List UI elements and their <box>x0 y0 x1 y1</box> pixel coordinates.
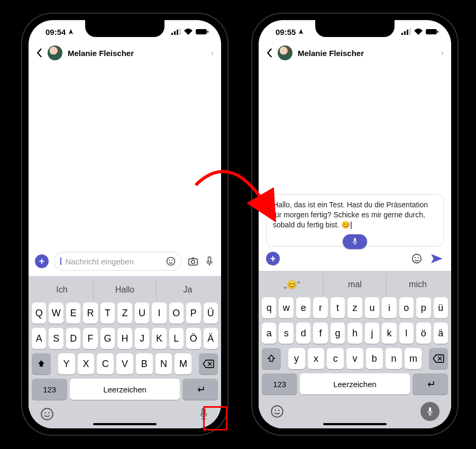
shift-key[interactable] <box>262 348 281 369</box>
chevron-right-icon[interactable]: › <box>211 49 214 57</box>
avatar[interactable] <box>278 45 292 60</box>
contact-name[interactable]: Melanie Fleischer <box>298 49 436 58</box>
suggestion-3[interactable]: mich <box>386 274 449 295</box>
suggestion-3[interactable]: Ja <box>156 279 219 300</box>
key-d[interactable]: d <box>296 323 310 344</box>
backspace-key[interactable] <box>199 353 218 374</box>
key-w[interactable]: W <box>49 303 63 324</box>
suggestion-2[interactable]: mal <box>323 274 386 295</box>
key-s[interactable]: s <box>279 323 293 344</box>
emoji-keyboard-icon[interactable] <box>270 405 284 418</box>
key-e[interactable]: E <box>66 303 80 324</box>
key-u[interactable]: U <box>135 303 149 324</box>
key-o[interactable]: o <box>399 297 414 318</box>
key-j[interactable]: J <box>135 328 149 349</box>
key-t[interactable]: t <box>331 297 345 318</box>
suggestion-1[interactable]: Ich <box>31 279 93 300</box>
key-s[interactable]: S <box>49 328 63 349</box>
key-j[interactable]: j <box>365 323 379 344</box>
key-o[interactable]: O <box>169 303 184 324</box>
key-v[interactable]: v <box>346 348 363 369</box>
space-key[interactable]: Leerzeichen <box>70 379 179 400</box>
key-t[interactable]: T <box>100 303 115 324</box>
key-m[interactable]: m <box>405 348 422 369</box>
key-h[interactable]: H <box>117 328 132 349</box>
key-c[interactable]: C <box>97 353 114 374</box>
key-g[interactable]: G <box>100 328 115 349</box>
key-y[interactable]: y <box>288 348 305 369</box>
emoji-icon[interactable] <box>166 256 176 267</box>
key-a[interactable]: a <box>262 323 276 344</box>
shift-key[interactable] <box>32 353 51 374</box>
key-u[interactable]: u <box>365 297 379 318</box>
key-b[interactable]: b <box>366 348 383 369</box>
key-ü[interactable]: ü <box>434 297 448 318</box>
emoji-icon[interactable] <box>411 253 423 264</box>
key-i[interactable]: I <box>152 303 166 324</box>
key-q[interactable]: q <box>262 297 276 318</box>
dictation-icon[interactable] <box>420 402 440 421</box>
key-y[interactable]: Y <box>58 353 75 374</box>
key-b[interactable]: B <box>136 353 153 374</box>
key-e[interactable]: e <box>296 297 310 318</box>
key-n[interactable]: N <box>155 353 172 374</box>
key-z[interactable]: Z <box>117 303 132 324</box>
key-v[interactable]: V <box>116 353 133 374</box>
key-h[interactable]: h <box>347 323 362 344</box>
home-indicator[interactable] <box>93 423 157 425</box>
key-k[interactable]: K <box>152 328 166 349</box>
key-ö[interactable]: Ö <box>186 328 200 349</box>
key-r[interactable]: R <box>83 303 97 324</box>
svg-rect-18 <box>407 30 408 35</box>
key-g[interactable]: g <box>331 323 345 344</box>
send-icon[interactable] <box>430 253 444 264</box>
key-ö[interactable]: ö <box>416 323 431 344</box>
key-p[interactable]: p <box>416 297 431 318</box>
dictation-pill[interactable] <box>343 234 367 249</box>
draft-bubble[interactable]: Hallo, das ist ein Test. Hast du die Prä… <box>266 194 444 246</box>
key-ä[interactable]: Ä <box>204 328 218 349</box>
home-indicator[interactable] <box>323 423 387 425</box>
key-p[interactable]: P <box>186 303 200 324</box>
plus-button[interactable]: + <box>266 252 280 265</box>
key-l[interactable]: l <box>399 323 414 344</box>
dictation-icon[interactable] <box>198 407 209 421</box>
avatar[interactable] <box>48 45 62 60</box>
numbers-key[interactable]: 123 <box>32 379 67 400</box>
backspace-key[interactable] <box>429 348 448 369</box>
emoji-keyboard-icon[interactable] <box>40 407 54 421</box>
key-x[interactable]: X <box>78 353 95 374</box>
key-ü[interactable]: Ü <box>204 303 218 324</box>
back-icon[interactable] <box>266 48 272 58</box>
key-n[interactable]: n <box>386 348 402 369</box>
key-q[interactable]: Q <box>32 303 46 324</box>
space-key[interactable]: Leerzeichen <box>300 373 409 395</box>
key-i[interactable]: i <box>382 297 396 318</box>
svg-rect-4 <box>196 29 207 34</box>
return-key[interactable] <box>413 373 448 395</box>
key-x[interactable]: x <box>308 348 325 369</box>
key-d[interactable]: D <box>66 328 80 349</box>
back-icon[interactable] <box>36 48 42 58</box>
mic-icon[interactable] <box>204 255 215 267</box>
camera-icon[interactable] <box>187 255 199 267</box>
key-f[interactable]: f <box>313 323 327 344</box>
contact-name[interactable]: Melanie Fleischer <box>68 49 206 58</box>
suggestion-2[interactable]: Hallo <box>93 279 156 300</box>
numbers-key[interactable]: 123 <box>262 373 297 395</box>
key-r[interactable]: r <box>313 297 327 318</box>
key-m[interactable]: M <box>175 353 191 374</box>
key-c[interactable]: c <box>327 348 344 369</box>
key-l[interactable]: L <box>169 328 184 349</box>
chevron-right-icon[interactable]: › <box>441 49 444 57</box>
suggestion-1[interactable]: „😊“ <box>261 274 323 295</box>
key-f[interactable]: F <box>83 328 97 349</box>
key-k[interactable]: k <box>382 323 396 344</box>
message-input[interactable]: Nachricht eingeben <box>54 252 182 271</box>
key-a[interactable]: A <box>32 328 46 349</box>
key-z[interactable]: z <box>347 297 362 318</box>
key-w[interactable]: w <box>279 297 293 318</box>
key-ä[interactable]: ä <box>434 323 448 344</box>
return-key[interactable] <box>182 379 218 400</box>
plus-button[interactable]: + <box>35 254 49 268</box>
